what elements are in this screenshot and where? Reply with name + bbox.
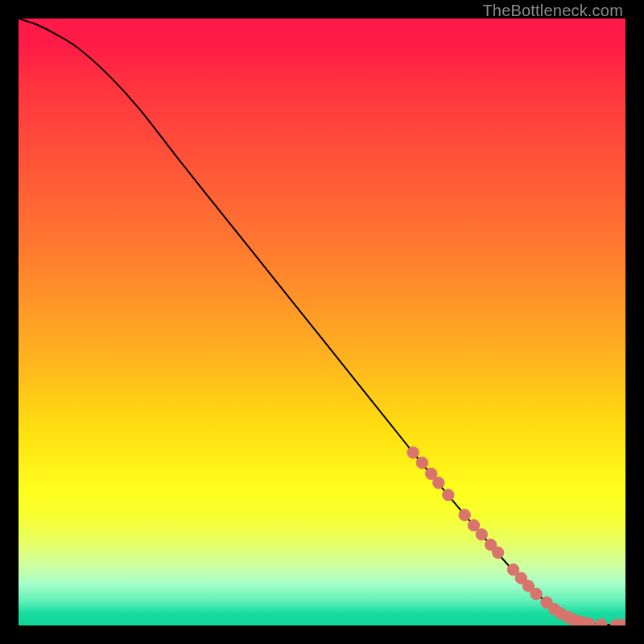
data-dot — [459, 510, 470, 521]
data-dot — [443, 489, 454, 501]
data-dot — [433, 477, 444, 489]
data-dot — [530, 588, 542, 600]
data-dot — [492, 547, 503, 558]
data-dot — [407, 447, 419, 458]
data-dot — [596, 619, 607, 625]
highlight-dots — [407, 447, 625, 625]
data-dot — [476, 529, 487, 540]
chart-svg — [19, 19, 625, 625]
data-dot — [584, 618, 595, 625]
curve-line — [19, 19, 625, 625]
data-dot — [468, 519, 479, 530]
plot-area — [19, 19, 625, 625]
watermark-text: TheBottleneck.com — [482, 2, 623, 20]
data-dot — [416, 457, 427, 469]
